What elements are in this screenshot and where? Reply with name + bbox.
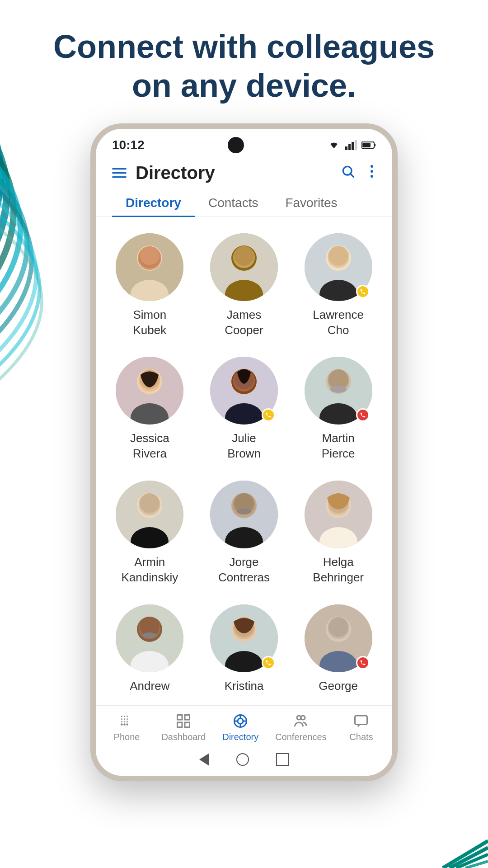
more-options-icon (370, 164, 374, 179)
main-headline: Connect with colleagues on any device. (0, 0, 488, 123)
avatar-wrap (305, 481, 372, 548)
nav-chats[interactable]: Chats (343, 713, 379, 742)
search-icon (341, 164, 355, 179)
dashboard-icon (175, 713, 192, 729)
battery-icon (361, 141, 376, 149)
contact-item[interactable]: JulieBrown (199, 349, 289, 469)
svg-rect-4 (345, 146, 347, 150)
contact-item[interactable]: JessicaRivera (105, 349, 195, 469)
hamburger-line (112, 176, 127, 178)
svg-point-15 (371, 175, 373, 178)
svg-point-58 (237, 509, 251, 514)
svg-rect-95 (178, 722, 183, 727)
nav-directory-label: Directory (222, 732, 258, 742)
avatar-wrap (116, 233, 183, 301)
contact-grid: SimonKubek (96, 217, 392, 706)
chats-icon (353, 713, 369, 729)
avatar-wrap (305, 604, 372, 672)
status-badge-yellow (356, 285, 370, 298)
status-badge-yellow (262, 656, 275, 670)
avatar (210, 481, 278, 548)
hamburger-line (112, 168, 127, 170)
status-badge-red (356, 408, 370, 422)
svg-rect-94 (185, 722, 190, 727)
status-bar: 10:12 (96, 129, 392, 153)
tab-directory[interactable]: Directory (112, 189, 195, 217)
svg-point-97 (238, 718, 243, 724)
avatar-wrap (210, 481, 278, 548)
nav-conferences[interactable]: Conferences (275, 713, 326, 742)
headline-line2: on any device. (132, 67, 356, 104)
status-time: 10:12 (112, 138, 145, 152)
bottom-nav: Phone Dashboard (96, 705, 392, 747)
app-title: Directory (136, 163, 215, 183)
contact-name: Kristina (225, 679, 264, 694)
svg-point-85 (124, 721, 125, 722)
phone-bottom-bar (96, 747, 392, 776)
avatar-wrap (116, 604, 183, 672)
svg-point-14 (371, 170, 373, 173)
menu-button[interactable] (112, 168, 127, 178)
svg-rect-5 (348, 144, 351, 150)
contact-item[interactable]: JamesCooper (199, 226, 289, 345)
avatar-wrap (305, 357, 372, 425)
svg-point-83 (124, 716, 125, 717)
svg-point-11 (343, 166, 352, 175)
svg-point-87 (127, 718, 128, 720)
contact-item[interactable]: George (293, 597, 383, 701)
recents-gesture[interactable] (276, 753, 289, 766)
wifi-icon (327, 140, 341, 150)
contact-name: JamesCooper (225, 307, 263, 338)
more-options-button[interactable] (368, 162, 376, 184)
nav-dashboard[interactable]: Dashboard (161, 713, 206, 742)
contact-item[interactable]: LawrenceCho (293, 226, 383, 345)
hamburger-line (112, 172, 127, 174)
app-header-right (339, 162, 376, 184)
app-header-left: Directory (112, 163, 215, 183)
avatar (116, 357, 183, 425)
svg-rect-104 (355, 716, 367, 725)
contact-item[interactable]: Kristina (199, 597, 289, 701)
search-button[interactable] (339, 162, 357, 184)
avatar (116, 481, 183, 548)
contact-name: George (319, 679, 358, 694)
tab-contacts[interactable]: Contacts (195, 189, 272, 217)
svg-point-80 (121, 716, 122, 717)
headline-line1: Connect with colleagues (53, 28, 435, 65)
avatar-wrap (305, 233, 372, 301)
svg-point-69 (142, 632, 157, 638)
contact-item[interactable]: Andrew (105, 597, 195, 701)
home-gesture[interactable] (236, 753, 249, 766)
avatar-wrap (116, 481, 183, 548)
tab-favorites[interactable]: Favorites (272, 189, 351, 217)
contact-name: JorgeContreras (218, 555, 270, 585)
contact-item[interactable]: HelgaBehringer (293, 473, 383, 593)
phone-mockup: 10:12 (0, 123, 488, 809)
contact-item[interactable]: SimonKubek (105, 226, 195, 345)
directory-icon (232, 713, 249, 729)
contact-item[interactable]: MartinPierce (293, 349, 383, 469)
phone-icon (118, 713, 135, 729)
nav-phone[interactable]: Phone (108, 713, 145, 742)
svg-point-13 (371, 165, 373, 168)
contact-item[interactable]: JorgeContreras (199, 473, 289, 593)
svg-point-88 (127, 721, 128, 722)
contact-name: Andrew (130, 679, 169, 694)
avatar-wrap (210, 357, 278, 425)
nav-phone-label: Phone (114, 732, 140, 742)
avatar-wrap (116, 357, 183, 425)
contact-name: JulieBrown (227, 431, 261, 462)
svg-point-86 (127, 716, 128, 717)
app-header: Directory (96, 153, 392, 189)
svg-point-52 (140, 493, 160, 513)
avatar (210, 233, 278, 301)
avatar (305, 481, 372, 548)
contact-item[interactable]: ArminKandinskiy (105, 473, 195, 593)
contact-name: MartinPierce (322, 431, 355, 462)
svg-point-82 (121, 721, 122, 722)
back-gesture[interactable] (199, 753, 209, 766)
contact-name: HelgaBehringer (313, 555, 364, 585)
avatar (116, 604, 183, 672)
avatar (116, 233, 183, 301)
nav-directory[interactable]: Directory (222, 713, 258, 742)
